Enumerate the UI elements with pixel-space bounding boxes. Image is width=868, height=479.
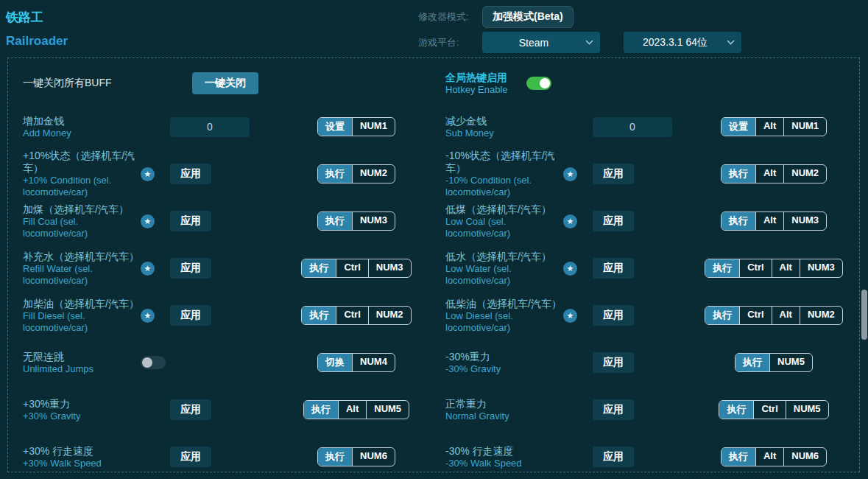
apply-button[interactable]: 应用 (593, 399, 634, 420)
enhanced-mode-button[interactable]: 加强模式(Beta) (482, 6, 574, 28)
cheat-label-cn: -30% 行走速度 (445, 445, 563, 458)
hotkey-badge[interactable]: 执行AltNUM5 (303, 400, 409, 419)
hotkey-key: NUM2 (368, 307, 411, 324)
cheat-label-cn: +10%状态（选择机车/汽车） (23, 150, 141, 175)
hotkey-badge[interactable]: 执行NUM5 (735, 353, 813, 372)
favorite-star-icon[interactable]: ★ (141, 262, 155, 276)
favorite-star-icon[interactable]: ★ (563, 262, 577, 276)
hotkey-key: Ctrl (336, 259, 367, 277)
hotkey-action: 执行 (318, 448, 352, 466)
cheat-label-cn: 减少金钱 (445, 115, 563, 127)
hotkey-badge[interactable]: 执行CtrlAltNUM2 (705, 306, 843, 325)
cheat-row-condition-up: +10%状态（选择机车/汽车）+10% Condition (sel. loco… (8, 150, 434, 197)
platform-value: Steam (482, 37, 585, 49)
app-header: 铁路工 Railroader 修改器模式: 加强模式(Beta) 游戏平台: S… (0, 0, 868, 57)
apply-button[interactable]: 应用 (170, 305, 211, 326)
buff-close-all: 一键关闭所有BUFF 一键关闭 (8, 69, 434, 98)
favorite-star-icon[interactable]: ★ (563, 309, 577, 323)
hotkey-action: 执行 (318, 212, 352, 230)
hotkey-action: 切换 (318, 354, 352, 371)
hotkey-badge[interactable]: 执行CtrlNUM2 (301, 306, 411, 325)
hotkey-enable-toggle[interactable] (526, 77, 551, 90)
favorite-star-icon[interactable]: ★ (141, 214, 155, 228)
cheat-grid-row: 无限连跳Unlimited Jumps 切换NUM4 -30%重力-30% Gr… (8, 339, 859, 386)
platform-select[interactable]: Steam (482, 32, 600, 53)
cheat-label-en: Fill Coal (sel. locomotive/car) (23, 216, 141, 240)
hotkey-key: NUM2 (800, 307, 842, 324)
hotkey-action: 执行 (721, 212, 755, 230)
buff-close-all-label: 一键关闭所有BUFF (23, 77, 192, 90)
apply-button[interactable]: 应用 (593, 305, 634, 326)
apply-button[interactable]: 应用 (593, 164, 634, 184)
cheat-label-en: Fill Diesel (sel. locomotive/car) (23, 310, 141, 334)
hotkey-badge[interactable]: 执行NUM6 (317, 447, 395, 466)
apply-button[interactable]: 应用 (170, 211, 211, 231)
close-all-buff-button[interactable]: 一键关闭 (192, 72, 258, 94)
hotkey-badge[interactable]: 执行CtrlAltNUM3 (705, 259, 843, 278)
hotkey-action: 执行 (302, 259, 336, 277)
cheat-label-en: +30% Gravity (23, 410, 141, 422)
hotkey-action: 执行 (721, 165, 755, 183)
cheat-grid-row: 加柴油（选择机车/汽车）Fill Diesel (sel. locomotive… (8, 292, 859, 339)
hotkey-key: NUM5 (366, 401, 409, 419)
toggle-knob (540, 78, 550, 88)
cheat-label-cn: 加煤（选择机车/汽车） (23, 203, 141, 216)
cheat-row-fill-coal: 加煤（选择机车/汽车）Fill Coal (sel. locomotive/ca… (8, 197, 434, 245)
toggle-knob (142, 357, 152, 368)
hotkey-badge[interactable]: 执行NUM2 (317, 164, 395, 183)
hotkey-action: 设置 (318, 118, 352, 136)
cheat-label-en: -30% Gravity (445, 363, 563, 375)
apply-button[interactable]: 应用 (593, 258, 634, 279)
apply-button[interactable]: 应用 (593, 352, 634, 373)
apply-button[interactable]: 应用 (170, 447, 211, 467)
apply-button[interactable]: 应用 (170, 399, 211, 420)
hotkey-key: NUM1 (352, 118, 395, 136)
hotkey-badge[interactable]: 执行AltNUM3 (721, 211, 827, 231)
cheat-grid-row: 增加金钱Add Money 设置NUM1 减少金钱Sub Money 设置Alt… (8, 103, 859, 150)
hotkey-badge[interactable]: 设置NUM1 (317, 117, 395, 136)
chevron-down-icon (727, 40, 735, 45)
cheat-label-en: Add Money (23, 127, 141, 139)
cheat-label-en: Refill Water (sel. locomotive/car) (23, 263, 141, 287)
hotkey-enable: 全局热键启用 Hotkey Enable (434, 69, 859, 98)
cheat-label-cn: 低柴油（选择机车/汽车） (445, 298, 563, 310)
hotkey-key: NUM6 (352, 448, 395, 466)
apply-button[interactable]: 应用 (593, 211, 634, 231)
version-select[interactable]: 2023.3.1 64位 (624, 32, 741, 53)
scrollbar-thumb[interactable] (861, 290, 867, 340)
hotkey-key: NUM3 (368, 259, 411, 277)
hotkey-badge[interactable]: 执行AltNUM2 (721, 164, 827, 183)
favorite-star-icon[interactable]: ★ (563, 214, 577, 228)
money-input[interactable] (170, 117, 250, 137)
apply-button[interactable]: 应用 (593, 447, 634, 467)
hotkey-key: Alt (755, 165, 783, 183)
money-input[interactable] (593, 117, 672, 137)
hotkey-badge[interactable]: 执行CtrlNUM5 (719, 400, 828, 419)
cheat-label-en: Low Water (sel. locomotive/car) (445, 263, 563, 287)
cheat-grid-row: +10%状态（选择机车/汽车）+10% Condition (sel. loco… (8, 150, 859, 197)
apply-button[interactable]: 应用 (170, 164, 211, 184)
cheat-row-fill-diesel: 加柴油（选择机车/汽车）Fill Diesel (sel. locomotive… (8, 292, 434, 339)
hotkey-action: 执行 (705, 259, 739, 277)
cheat-row-add-money: 增加金钱Add Money 设置NUM1 (8, 103, 434, 150)
hotkey-badge[interactable]: 切换NUM4 (317, 353, 395, 372)
chevron-down-icon (585, 40, 593, 45)
hotkey-badge[interactable]: 执行AltNUM6 (721, 447, 827, 466)
cheat-row-sub-money: 减少金钱Sub Money 设置AltNUM1 (434, 103, 859, 150)
cheat-label-cn: -30%重力 (445, 351, 563, 363)
favorite-star-icon[interactable]: ★ (141, 167, 155, 181)
cheat-toggle[interactable] (141, 356, 166, 369)
cheat-label-en: Low Diesel (sel. locomotive/car) (445, 310, 563, 334)
hotkey-key: NUM6 (783, 448, 826, 466)
hotkey-badge[interactable]: 执行NUM3 (317, 211, 395, 231)
hotkey-key: Ctrl (336, 307, 367, 324)
cheat-row-gravity-normal: 正常重力Normal Gravity 应用 执行CtrlNUM5 (434, 386, 859, 433)
hotkey-badge[interactable]: 执行CtrlNUM3 (301, 259, 411, 278)
cheat-row-gravity-up: +30%重力+30% Gravity 应用 执行AltNUM5 (8, 386, 434, 433)
favorite-star-icon[interactable]: ★ (141, 309, 155, 323)
cheat-row-unlimited-jumps: 无限连跳Unlimited Jumps 切换NUM4 (8, 339, 434, 386)
apply-button[interactable]: 应用 (170, 258, 211, 279)
hotkey-badge[interactable]: 设置AltNUM1 (721, 117, 827, 136)
cheat-row-low-coal: 低煤（选择机车/汽车）Low Coal (sel. locomotive/car… (434, 197, 859, 245)
favorite-star-icon[interactable]: ★ (563, 167, 577, 181)
